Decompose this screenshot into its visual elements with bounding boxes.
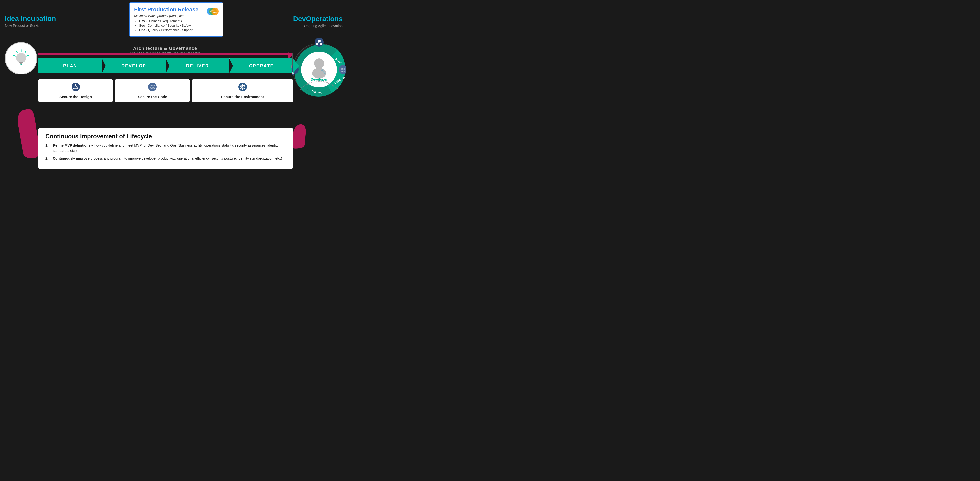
idea-title: Idea Incubation [5,15,56,22]
svg-line-1 [25,51,26,53]
pipeline-develop: DEVELOP [102,58,166,73]
arch-governance-arrow [38,53,293,56]
svg-text:Dev: Dev [209,11,212,13]
svg-rect-23 [242,84,243,85]
idea-section: Idea Incubation New Product or Service [5,15,56,27]
svg-text:10101: 10101 [151,88,155,90]
svg-rect-24 [242,89,243,90]
ci-text-2: Continuously improve process and program… [53,156,282,161]
svg-point-33 [211,8,219,15]
fpr-item-sec: Sec - Compliance / Security / Safety [139,24,218,27]
ci-num-1: 1. [45,143,50,153]
ci-num-2: 2. [45,156,50,161]
svg-line-2 [27,56,29,56]
security-card-environment: Secure the Environment [192,80,293,102]
ci-title: Continuous Improvement of Lifecycle [45,133,286,140]
code-icon: 10101 01010 10101 [148,83,157,93]
security-card-code: 10101 01010 10101 Secure the Code [115,80,189,102]
svg-text:🔧: 🔧 [320,68,326,74]
svg-rect-10 [75,84,76,86]
svg-rect-12 [77,88,78,89]
svg-point-9 [72,83,80,91]
svg-rect-7 [20,63,22,64]
pipeline-deliver: DELIVER [166,58,230,73]
pipeline-plan: PLAN [38,58,102,73]
svg-rect-8 [21,64,22,65]
idea-subtitle: New Product or Service [5,24,56,27]
fpr-list: Dev - Business Requirements Sec - Compli… [134,19,218,32]
svg-text:10101: 10101 [341,70,345,72]
svg-rect-6 [19,62,23,63]
bulb-circle [5,42,37,75]
design-card-title: Secure the Design [59,95,92,99]
fpr-item-ops: Ops - Quality / Performance / Support [139,28,218,32]
svg-line-3 [16,51,18,53]
svg-rect-54 [316,43,318,45]
security-card-design: Secure the Design [38,80,113,102]
svg-rect-53 [318,40,321,42]
security-cards: Secure the Design 10101 01010 10101 Secu… [38,80,293,102]
pink-blob-left [16,108,41,160]
svg-rect-55 [320,43,322,45]
svg-point-5 [16,53,26,63]
ci-item-1: 1. Refine MVP definitions – how you defi… [45,143,286,153]
svg-text:Sec: Sec [211,10,215,11]
ci-list: 1. Refine MVP definitions – how you defi… [45,143,286,161]
fpr-item-dev: Dev - Business Requirements [139,19,218,23]
devops-cycle-svg: PLAN DEVELOP DELIVER OPERATE 🔧 Developer… [292,20,346,104]
ci-box: Continuous Improvement of Lifecycle 1. R… [38,128,293,169]
main-container: Idea Incubation New Product or Service D… [0,0,348,174]
devsecops-badge: Dev Sec Ops [206,6,220,16]
svg-line-4 [14,56,16,56]
environment-icon [238,83,247,93]
design-icon [71,83,80,93]
environment-card-title: Secure the Environment [221,95,264,99]
svg-text:Ops: Ops [213,12,217,14]
ci-item-2: 2. Continuously improve process and prog… [45,156,286,161]
pink-blob-right [292,124,307,150]
lightbulb-icon [11,48,31,68]
ci-text-1: Refine MVP definitions – how you define … [53,143,286,153]
svg-point-52 [315,38,323,47]
pipeline: PLAN DEVELOP DELIVER OPERATE [38,58,293,73]
pipeline-operate: OPERATE [230,58,293,73]
svg-point-22 [242,86,243,88]
fpr-box: First Production Release Minimum viable … [129,3,223,37]
code-card-title: Secure the Code [138,95,167,99]
fpr-title: First Production Release [134,6,218,13]
arch-title: Architecture & Governance [40,46,291,51]
fpr-subtitle: Minimum viable product (MVP) for: [134,14,218,18]
svg-rect-25 [240,86,241,88]
svg-rect-26 [244,86,245,88]
svg-point-44 [314,58,324,68]
